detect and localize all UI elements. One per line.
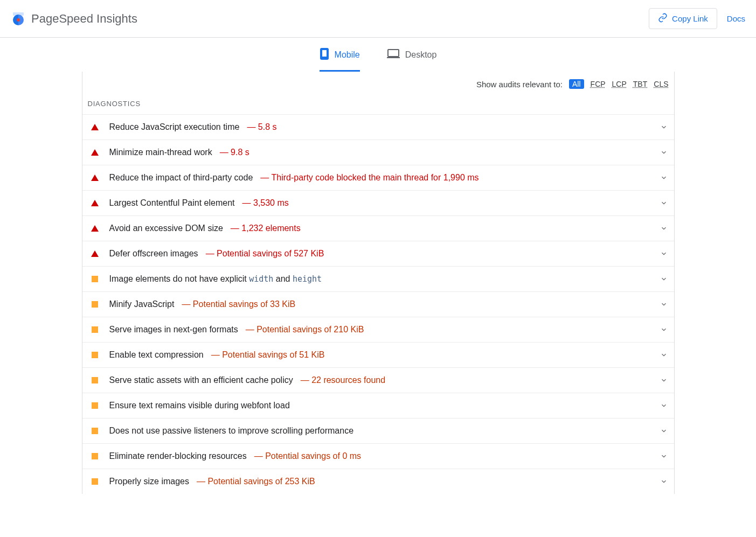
chevron-down-icon <box>659 274 669 284</box>
code-width: width <box>249 274 273 284</box>
audit-filter-row: Show audits relevant to: All FCP LCP TBT… <box>82 72 674 93</box>
filter-label: Show audits relevant to: <box>476 80 563 89</box>
svg-rect-3 <box>322 50 327 57</box>
audit-title: Serve images in next-gen formats <box>109 325 238 334</box>
audit-row[interactable]: Image elements do not have explicit widt… <box>82 266 674 291</box>
audit-row[interactable]: Enable text compression — Potential savi… <box>82 342 674 367</box>
audit-value: — Potential savings of 253 KiB <box>197 477 315 486</box>
chevron-down-icon <box>659 198 669 208</box>
audit-title: Eliminate render-blocking resources <box>109 451 247 461</box>
docs-link[interactable]: Docs <box>727 14 745 23</box>
audit-row[interactable]: Serve static assets with an efficient ca… <box>82 367 674 393</box>
audit-title: Minimize main-thread work <box>109 148 212 157</box>
chevron-down-icon <box>659 325 669 334</box>
audit-row[interactable]: Properly size images — Potential savings… <box>82 469 674 494</box>
audit-title: Avoid an excessive DOM size <box>109 224 223 233</box>
chevron-down-icon <box>659 148 669 157</box>
audit-value: — 9.8 s <box>220 148 249 157</box>
audit-value: — Potential savings of 210 KiB <box>246 325 364 334</box>
chevron-down-icon <box>659 426 669 436</box>
square-warn-icon <box>91 402 99 409</box>
chevron-down-icon <box>659 224 669 233</box>
app-header: PageSpeed Insights Copy Link Docs <box>0 0 756 38</box>
filter-cls[interactable]: CLS <box>654 80 668 88</box>
audit-value: — 3,530 ms <box>242 198 289 208</box>
audit-value: — Third-party code blocked the main thre… <box>260 173 478 183</box>
audit-title: Ensure text remains visible during webfo… <box>109 401 290 410</box>
square-warn-icon <box>91 275 99 283</box>
triangle-fail-icon <box>91 250 99 257</box>
tab-mobile-label: Mobile <box>335 50 360 60</box>
device-tabs: Mobile Desktop <box>0 38 756 72</box>
chevron-down-icon <box>659 375 669 385</box>
tab-mobile[interactable]: Mobile <box>320 47 360 72</box>
audit-row[interactable]: Minify JavaScript — Potential savings of… <box>82 291 674 317</box>
filter-lcp[interactable]: LCP <box>612 80 627 88</box>
audit-title: Serve static assets with an efficient ca… <box>109 375 293 385</box>
filter-fcp[interactable]: FCP <box>591 80 606 88</box>
tab-desktop[interactable]: Desktop <box>387 47 437 72</box>
audit-row[interactable]: Avoid an excessive DOM size — 1,232 elem… <box>82 215 674 241</box>
audit-row[interactable]: Reduce JavaScript execution time — 5.8 s <box>82 114 674 140</box>
audit-row[interactable]: Defer offscreen images — Potential savin… <box>82 241 674 266</box>
header-left: PageSpeed Insights <box>11 11 137 26</box>
mobile-icon <box>320 47 329 62</box>
audit-row[interactable]: Reduce the impact of third-party code — … <box>82 165 674 190</box>
audit-value: — Potential savings of 33 KiB <box>182 299 295 309</box>
audits-list: Reduce JavaScript execution time — 5.8 s… <box>82 114 674 494</box>
square-warn-icon <box>91 351 99 359</box>
audit-title: Does not use passive listeners to improv… <box>109 426 354 436</box>
code-height: height <box>293 274 322 284</box>
audit-value: — 22 resources found <box>301 375 385 385</box>
square-warn-icon <box>91 478 99 485</box>
audit-row[interactable]: Does not use passive listeners to improv… <box>82 418 674 443</box>
chevron-down-icon <box>659 173 669 183</box>
square-warn-icon <box>91 301 99 308</box>
square-warn-icon <box>91 452 99 460</box>
audit-title: Defer offscreen images <box>109 249 198 259</box>
diagnostics-heading: DIAGNOSTICS <box>82 93 674 114</box>
square-warn-icon <box>91 326 99 333</box>
audit-row[interactable]: Ensure text remains visible during webfo… <box>82 393 674 418</box>
desktop-icon <box>387 48 400 61</box>
pagespeed-logo-icon <box>11 11 26 26</box>
audit-title: Largest Contentful Paint element <box>109 198 235 208</box>
chevron-down-icon <box>659 350 669 360</box>
audit-row[interactable]: Largest Contentful Paint element — 3,530… <box>82 190 674 215</box>
audit-row[interactable]: Eliminate render-blocking resources — Po… <box>82 443 674 469</box>
chevron-down-icon <box>659 249 669 259</box>
audit-value: — 5.8 s <box>247 122 276 132</box>
app-title: PageSpeed Insights <box>31 12 137 26</box>
audit-title: Minify JavaScript <box>109 299 175 309</box>
svg-rect-4 <box>388 50 399 57</box>
copy-link-label: Copy Link <box>672 14 708 23</box>
filter-all[interactable]: All <box>569 79 584 89</box>
audit-title: Reduce JavaScript execution time <box>109 122 240 132</box>
filter-tbt[interactable]: TBT <box>633 80 647 88</box>
audit-row[interactable]: Serve images in next-gen formats — Poten… <box>82 317 674 342</box>
audit-title: Properly size images <box>109 477 190 486</box>
triangle-fail-icon <box>91 123 99 131</box>
triangle-fail-icon <box>91 199 99 207</box>
tab-desktop-label: Desktop <box>405 50 437 60</box>
chevron-down-icon <box>659 401 669 410</box>
square-warn-icon <box>91 427 99 435</box>
chevron-down-icon <box>659 451 669 461</box>
audit-value: — Potential savings of 0 ms <box>254 451 361 461</box>
chevron-down-icon <box>659 477 669 486</box>
audit-title: Enable text compression <box>109 350 204 360</box>
header-right: Copy Link Docs <box>649 8 745 29</box>
audit-value: — Potential savings of 51 KiB <box>211 350 325 360</box>
report-content: Show audits relevant to: All FCP LCP TBT… <box>82 72 675 494</box>
audit-value: — 1,232 elements <box>231 224 301 233</box>
chevron-down-icon <box>659 299 669 309</box>
svg-point-1 <box>17 18 20 22</box>
audit-title: Reduce the impact of third-party code <box>109 173 253 183</box>
triangle-fail-icon <box>91 149 99 156</box>
audit-value: — Potential savings of 527 KiB <box>206 249 324 259</box>
copy-link-button[interactable]: Copy Link <box>649 8 717 29</box>
triangle-fail-icon <box>91 225 99 232</box>
audit-row[interactable]: Minimize main-thread work — 9.8 s <box>82 140 674 165</box>
chevron-down-icon <box>659 122 669 132</box>
square-warn-icon <box>91 376 99 384</box>
